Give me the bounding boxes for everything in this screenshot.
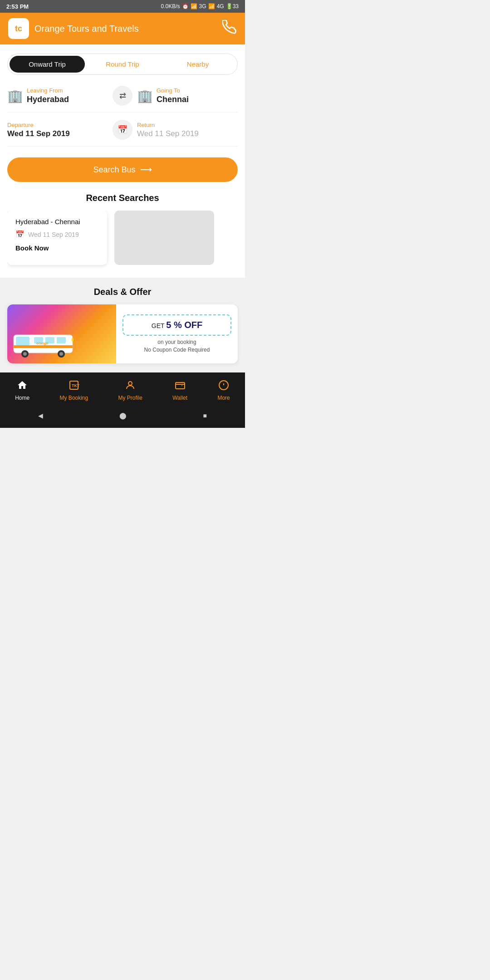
svg-rect-9 (14, 345, 73, 348)
status-time: 2:53 PM (6, 3, 29, 10)
app-logo: tc (8, 18, 29, 39)
deals-card[interactable]: orange GET 5 % OFF on your booking No Co… (7, 304, 238, 363)
deals-image: orange (7, 304, 116, 363)
departure-value: Wed 11 Sep 2019 (7, 129, 108, 138)
deals-offer-box: GET 5 % OFF (122, 314, 231, 336)
nav-home-label: Home (15, 395, 29, 401)
status-icons: 0.0KB/s ⏰ 📶 3G 📶 4G 🔋33 (161, 3, 239, 10)
my-booking-icon: TKT (69, 380, 79, 393)
recent-date-value: Wed 11 Sep 2019 (28, 231, 79, 238)
search-bus-button[interactable]: Search Bus ⟶ (7, 157, 238, 182)
recent-search-item[interactable]: Hyderabad - Chennai 📅 Wed 11 Sep 2019 Bo… (7, 211, 107, 265)
nav-home[interactable]: Home (15, 380, 29, 401)
tab-round[interactable]: Round Trip (85, 56, 160, 73)
bottom-nav: Home TKT My Booking My Profile Wallet Mo… (0, 372, 245, 405)
nav-my-profile[interactable]: My Profile (118, 380, 142, 401)
return-label: Return (137, 122, 238, 128)
deals-sub1: on your booking (122, 338, 231, 346)
to-label: Going To (157, 87, 238, 94)
svg-rect-10 (72, 338, 74, 342)
recent-calendar-icon: 📅 (15, 230, 24, 239)
nav-wallet-label: Wallet (172, 395, 187, 401)
search-bus-label: Search Bus (93, 165, 135, 175)
android-home[interactable]: ⬤ (119, 412, 127, 419)
profile-icon (125, 380, 136, 393)
book-now-button[interactable]: Book Now (15, 244, 99, 252)
deals-percent: 5 % OFF (166, 320, 202, 330)
recent-route: Hyderabad - Chennai (15, 218, 99, 225)
android-recent[interactable]: ■ (203, 412, 206, 419)
svg-rect-1 (16, 337, 29, 346)
app-title: Orange Tours and Travels (34, 24, 139, 34)
android-nav: ◀ ⬤ ■ (0, 405, 245, 428)
nav-profile-label: My Profile (118, 395, 142, 401)
svg-rect-4 (57, 337, 66, 343)
from-city-wrap[interactable]: 🏢 Leaving From Hyderabad (7, 87, 108, 104)
from-city: Leaving From Hyderabad (27, 87, 108, 104)
bus-illustration: orange (9, 328, 82, 360)
deals-get-text: GET 5 % OFF (129, 320, 225, 330)
svg-text:TKT: TKT (72, 383, 79, 388)
svg-point-14 (128, 382, 132, 385)
main-content: Onward Trip Round Trip Nearby 🏢 Leaving … (0, 44, 245, 278)
nav-more[interactable]: More (217, 380, 230, 401)
recent-search-placeholder (114, 211, 214, 265)
departure-date[interactable]: Departure Wed 11 Sep 2019 (7, 122, 108, 138)
nav-more-label: More (217, 395, 230, 401)
deals-sub2: No Coupon Code Required (122, 346, 231, 354)
to-city: Going To Chennai (157, 87, 238, 104)
svg-text:orange: orange (36, 341, 49, 345)
return-value: Wed 11 Sep 2019 (137, 129, 238, 138)
arrow-icon: ⟶ (140, 165, 152, 175)
svg-point-6 (23, 352, 27, 356)
alarm-icon: ⏰ (182, 3, 189, 10)
recent-searches-title: Recent Searches (7, 193, 238, 203)
status-bar: 2:53 PM 0.0KB/s ⏰ 📶 3G 📶 4G 🔋33 (0, 0, 245, 13)
to-city-icon: 🏢 (137, 88, 153, 103)
recent-searches-list: Hyderabad - Chennai 📅 Wed 11 Sep 2019 Bo… (7, 211, 238, 269)
more-icon (218, 380, 229, 393)
from-label: Leaving From (27, 87, 108, 94)
recent-date-row: 📅 Wed 11 Sep 2019 (15, 230, 99, 239)
departure-label: Departure (7, 122, 108, 128)
signal-icon-2: 📶 (208, 3, 215, 10)
date-section: Departure Wed 11 Sep 2019 📅 Return Wed 1… (7, 120, 238, 147)
return-date[interactable]: Return Wed 11 Sep 2019 (137, 122, 238, 138)
deals-section: Deals & Offer (0, 278, 245, 372)
from-city-name: Hyderabad (27, 95, 108, 104)
tab-onward[interactable]: Onward Trip (10, 56, 85, 73)
home-icon (17, 380, 28, 393)
signal-icon: 📶 (191, 3, 197, 10)
header-left: tc Orange Tours and Travels (8, 18, 139, 39)
network-speed: 0.0KB/s (161, 3, 180, 10)
nav-wallet[interactable]: Wallet (172, 380, 187, 401)
app-header: tc Orange Tours and Travels (0, 13, 245, 44)
tab-nearby[interactable]: Nearby (160, 56, 235, 73)
svg-rect-15 (176, 382, 185, 389)
svg-point-8 (59, 352, 63, 356)
to-city-name: Chennai (157, 95, 238, 104)
nav-my-booking[interactable]: TKT My Booking (60, 380, 88, 401)
nav-booking-label: My Booking (60, 395, 88, 401)
deals-text: GET 5 % OFF on your booking No Coupon Co… (116, 307, 238, 361)
network-type-3g: 3G (199, 3, 206, 10)
to-city-wrap[interactable]: 🏢 Going To Chennai (137, 87, 238, 104)
wallet-icon (175, 380, 186, 393)
trip-tabs: Onward Trip Round Trip Nearby (7, 54, 238, 75)
network-type-4g: 4G (217, 3, 224, 10)
battery-icon: 🔋33 (226, 3, 239, 10)
from-city-icon: 🏢 (7, 88, 23, 103)
swap-button[interactable]: ⇄ (113, 86, 132, 106)
calendar-button[interactable]: 📅 (113, 120, 132, 140)
phone-icon[interactable] (222, 20, 237, 38)
deals-title: Deals & Offer (7, 287, 238, 297)
android-back[interactable]: ◀ (38, 412, 43, 419)
route-section: 🏢 Leaving From Hyderabad ⇄ 🏢 Going To Ch… (7, 86, 238, 113)
